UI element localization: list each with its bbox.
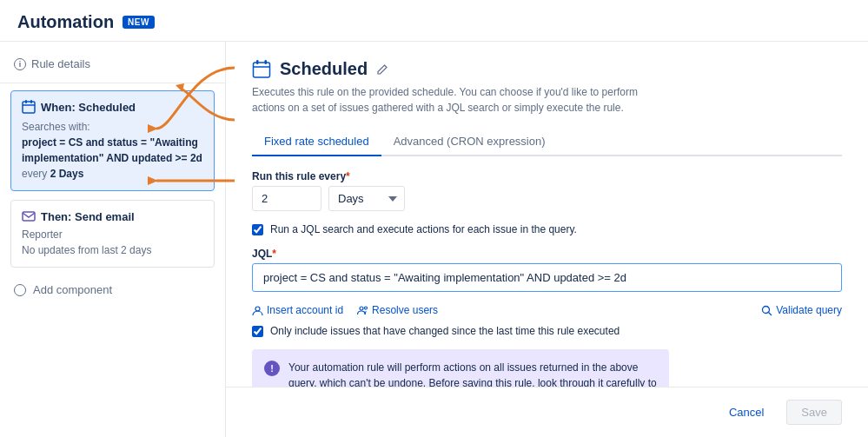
panel-title-row: Scheduled — [252, 59, 842, 79]
cancel-button[interactable]: Cancel — [715, 400, 778, 425]
jql-actions: Insert account id Resolve users — [252, 304, 842, 316]
svg-rect-2 — [30, 100, 32, 103]
jql-checkbox[interactable] — [252, 224, 263, 235]
panel-description: Executes this rule on the provided sched… — [252, 84, 669, 116]
jql-input[interactable] — [252, 263, 842, 292]
main-content: i Rule details When: Scheduled Searches … — [0, 42, 868, 437]
svg-rect-9 — [265, 60, 268, 64]
interval-input[interactable] — [252, 186, 321, 211]
panel-calendar-icon — [252, 60, 271, 79]
then-description: No updates from last 2 days — [22, 242, 203, 258]
account-icon — [252, 305, 263, 316]
svg-rect-0 — [23, 102, 35, 113]
changed-checkbox[interactable] — [252, 326, 263, 337]
tab-fixed-rate[interactable]: Fixed rate scheduled — [252, 128, 381, 156]
validate-query-link[interactable]: Validate query — [761, 304, 842, 316]
search-label: Searches with: — [22, 121, 90, 133]
every-label: every — [22, 168, 47, 180]
app-title: Automation — [17, 12, 114, 32]
users-icon — [357, 305, 368, 316]
new-badge: NEW — [123, 16, 155, 29]
svg-rect-7 — [254, 63, 270, 77]
app-container: Automation NEW i Rule details When — [0, 0, 868, 437]
search-query: project = CS and status = "Awaiting impl… — [22, 136, 202, 164]
jql-form-row: JQL* — [252, 248, 842, 292]
changed-checkbox-label: Only include issues that have changed si… — [270, 325, 620, 337]
reporter-label: Reporter — [22, 227, 203, 242]
then-block[interactable]: Then: Send email Reporter No updates fro… — [10, 200, 215, 268]
then-block-header: Then: Send email — [22, 209, 203, 223]
svg-point-12 — [365, 307, 368, 309]
changed-checkbox-row: Only include issues that have changed si… — [252, 325, 842, 337]
run-rule-label: Run this rule every* — [252, 170, 842, 182]
info-box-icon: ! — [264, 361, 280, 376]
info-icon: i — [14, 58, 26, 70]
svg-point-10 — [255, 307, 260, 311]
svg-rect-3 — [23, 212, 35, 221]
search-icon — [761, 305, 772, 316]
app-header: Automation NEW — [0, 0, 868, 42]
tabs: Fixed rate scheduled Advanced (CRON expr… — [252, 128, 842, 156]
svg-rect-8 — [256, 60, 259, 64]
right-panel: Scheduled Executes this rule on the prov… — [226, 42, 868, 387]
calendar-icon — [22, 100, 36, 114]
edit-icon[interactable] — [376, 63, 388, 76]
when-block[interactable]: When: Scheduled Searches with: project =… — [10, 90, 215, 191]
info-box: ! Your automation rule will perform acti… — [252, 349, 669, 387]
jql-checkbox-label: Run a JQL search and execute actions for… — [270, 223, 577, 235]
svg-point-11 — [360, 307, 363, 310]
insert-account-id-link[interactable]: Insert account id — [252, 304, 343, 316]
run-rule-form-row: Run this rule every* Days Hours Minutes … — [252, 170, 842, 211]
insert-account-id-label: Insert account id — [267, 304, 343, 316]
rule-details-label: Rule details — [31, 57, 90, 70]
then-block-body: Reporter No updates from last 2 days — [22, 227, 203, 258]
when-block-header: When: Scheduled — [22, 100, 203, 114]
sidebar: i Rule details When: Scheduled Searches … — [0, 42, 226, 437]
when-block-title: When: Scheduled — [41, 101, 136, 114]
svg-rect-1 — [25, 100, 27, 103]
interval-row: Days Hours Minutes Weeks — [252, 186, 842, 211]
save-button[interactable]: Save — [786, 400, 842, 425]
tab-advanced[interactable]: Advanced (CRON expression) — [381, 128, 558, 156]
email-icon — [22, 209, 36, 223]
resolve-users-label: Resolve users — [372, 304, 438, 316]
then-block-title: Then: Send email — [41, 210, 135, 223]
sidebar-divider — [0, 83, 225, 83]
svg-point-13 — [763, 306, 770, 313]
panel-title: Scheduled — [280, 59, 368, 79]
jql-checkbox-row: Run a JQL search and execute actions for… — [252, 223, 842, 235]
info-box-text: Your automation rule will perform action… — [288, 360, 657, 387]
resolve-users-link[interactable]: Resolve users — [357, 304, 438, 316]
when-block-body: Searches with: project = CS and status =… — [22, 119, 203, 182]
add-icon — [14, 284, 26, 296]
add-component-label: Add component — [33, 283, 112, 296]
footer: Cancel Save — [226, 387, 868, 437]
right-area: Scheduled Executes this rule on the prov… — [226, 42, 868, 437]
add-component[interactable]: Add component — [0, 276, 225, 303]
validate-query-label: Validate query — [776, 304, 842, 316]
sidebar-rule-details[interactable]: i Rule details — [0, 52, 225, 76]
interval-select[interactable]: Days Hours Minutes Weeks — [328, 186, 405, 211]
every-value: 2 Days — [50, 168, 84, 180]
jql-label: JQL* — [252, 248, 842, 260]
